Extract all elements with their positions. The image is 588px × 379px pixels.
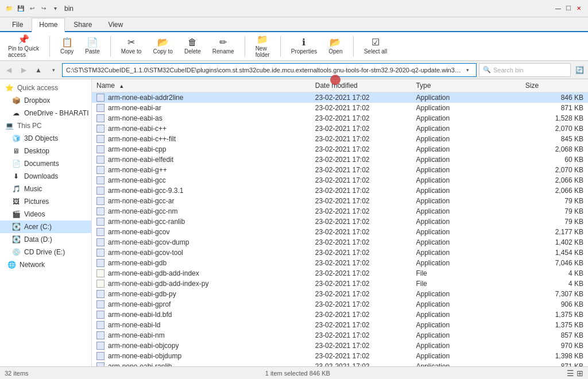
table-row[interactable]: arm-none-eabi-gcc 23-02-2021 17:02 Appli… [92,175,588,185]
minimize-btn[interactable]: ─ [554,4,563,13]
delete-btn[interactable]: 🗑 Delete [181,36,204,57]
table-row[interactable]: arm-none-eabi-ar 23-02-2021 17:02 Applic… [92,103,588,113]
up-btn[interactable]: ▲ [32,64,45,76]
save-icon[interactable]: 💾 [16,4,25,13]
table-row[interactable]: arm-none-eabi-gcc-9.3.1 23-02-2021 17:02… [92,185,588,196]
sidebar-item-acer-c[interactable]: 💽 Acer (C:) [0,221,91,233]
table-row[interactable]: arm-none-eabi-gprof 23-02-2021 17:02 App… [92,299,588,310]
table-row[interactable]: arm-none-eabi-as 23-02-2021 17:02 Applic… [92,113,588,123]
search-box[interactable]: 🔍 Search bin [479,63,571,77]
address-input-container[interactable]: C:\ST\STM32CubeIDE_1.1.0\STM32CubeIDE\pl… [62,63,477,77]
cell-date: 23-02-2021 17:02 [311,216,412,227]
table-row[interactable]: arm-none-eabi-gdb 23-02-2021 17:02 Appli… [92,258,588,268]
file-name: arm-none-eabi-gcc [108,176,166,184]
select-all-btn[interactable]: ☑ Select all [361,36,391,57]
sidebar-item-pictures[interactable]: 🖼 Pictures [0,195,91,208]
redo-icon[interactable]: ↪ [39,4,48,13]
sidebar-label-quick-access: Quick access [17,84,58,92]
table-row[interactable]: arm-none-eabi-gdb-add-index 23-02-2021 1… [92,268,588,279]
details-view-btn[interactable]: ☰ [567,369,574,378]
file-name: arm-none-eabi-gcc-nm [108,207,177,215]
table-row[interactable]: arm-none-eabi-gdb-py 23-02-2021 17:02 Ap… [92,289,588,299]
pin-btn[interactable]: 📌 Pin to Quickaccess [5,33,42,60]
table-row[interactable]: arm-none-eabi-g++ 23-02-2021 17:02 Appli… [92,165,588,175]
open-btn[interactable]: 📂 Open [325,36,346,57]
sidebar-item-videos[interactable]: 🎬 Videos [0,208,91,221]
cell-date: 23-02-2021 17:02 [311,237,412,247]
table-row[interactable]: arm-none-eabi-cpp 23-02-2021 17:02 Appli… [92,144,588,154]
tab-file[interactable]: File [5,18,30,31]
refresh-btn[interactable]: 🔄 [573,64,586,76]
cell-name: arm-none-eabi-addr2line [92,92,311,103]
table-row[interactable]: arm-none-eabi-ld.bfd 23-02-2021 17:02 Ap… [92,310,588,320]
sidebar-item-quick-access[interactable]: ⭐ Quick access [0,82,91,94]
address-dropdown-btn[interactable]: ▾ [462,64,473,76]
paste-btn[interactable]: 📄 Paste [82,36,103,57]
copy-btn[interactable]: 📋 Copy [57,36,77,57]
tab-share[interactable]: Share [66,18,99,31]
file-table: Name ▲ Date modified Type Size [92,79,588,366]
file-list-container[interactable]: Name ▲ Date modified Type Size [92,79,588,366]
col-header-size[interactable]: Size [521,79,588,92]
address-path: C:\ST\STM32CubeIDE_1.1.0\STM32CubeIDE\pl… [66,67,462,74]
sidebar-item-onedrive[interactable]: ☁ OneDrive - BHARATI [0,107,91,119]
table-row[interactable]: arm-none-eabi-c++-filt 23-02-2021 17:02 … [92,134,588,144]
dropdown-icon[interactable]: ▾ [51,4,60,13]
properties-btn[interactable]: ℹ Properties [288,36,321,57]
forward-btn[interactable]: ▶ [17,64,30,76]
table-row[interactable]: arm-none-eabi-c++ 23-02-2021 17:02 Appli… [92,123,588,134]
cell-name: arm-none-eabi-gprof [92,299,311,310]
table-row[interactable]: arm-none-eabi-gcc-ar 23-02-2021 17:02 Ap… [92,196,588,206]
table-row[interactable]: arm-none-eabi-gcc-nm 23-02-2021 17:02 Ap… [92,206,588,216]
cell-name: arm-none-eabi-ranlib [92,361,311,367]
sidebar-item-downloads[interactable]: ⬇ Downloads [0,170,91,183]
folder-icon: 📁 [5,4,14,13]
back-btn[interactable]: ◀ [2,64,15,76]
table-row[interactable]: arm-none-eabi-nm 23-02-2021 17:02 Applic… [92,330,588,341]
file-name: arm-none-eabi-gcc-ranlib [108,218,185,226]
table-row[interactable]: arm-none-eabi-gcov-dump 23-02-2021 17:02… [92,237,588,247]
file-name: arm-none-eabi-gdb-py [108,290,176,298]
table-row[interactable]: arm-none-eabi-ld 23-02-2021 17:02 Applic… [92,320,588,330]
sidebar-item-documents[interactable]: 📄 Documents [0,157,91,170]
sidebar-item-music[interactable]: 🎵 Music [0,183,91,195]
sidebar-item-network[interactable]: 🌐 Network [0,258,91,271]
sidebar-item-3d-objects[interactable]: 🧊 3D Objects [0,132,91,145]
table-row[interactable]: arm-none-eabi-addr2line 23-02-2021 17:02… [92,92,588,103]
table-row[interactable]: arm-none-eabi-gcc-ranlib 23-02-2021 17:0… [92,216,588,227]
sidebar-item-data-d[interactable]: 💽 Data (D:) [0,233,91,246]
table-row[interactable]: arm-none-eabi-elfedit 23-02-2021 17:02 A… [92,154,588,165]
table-row[interactable]: arm-none-eabi-ranlib 23-02-2021 17:02 Ap… [92,361,588,367]
table-row[interactable]: arm-none-eabi-objcopy 23-02-2021 17:02 A… [92,341,588,351]
tab-view[interactable]: View [100,18,130,31]
rename-btn[interactable]: ✏ Rename [209,36,238,57]
maximize-btn[interactable]: ☐ [564,4,573,13]
sidebar-item-desktop[interactable]: 🖥 Desktop [0,145,91,157]
col-header-date[interactable]: Date modified [311,79,412,92]
copy-to-btn[interactable]: 📂 Copy to [149,36,176,57]
col-header-type[interactable]: Type [411,79,520,92]
sidebar-label-desktop: Desktop [24,147,49,155]
move-btn[interactable]: ✂ Move to [118,36,145,57]
title-bar: 📁 💾 ↩ ↪ ▾ bin ─ ☐ ✕ [0,0,588,17]
sidebar-item-dropbox[interactable]: 📦 Dropbox [0,94,91,107]
sidebar-item-this-pc[interactable]: 💻 This PC [0,119,91,132]
col-header-name[interactable]: Name ▲ [92,79,311,92]
table-row[interactable]: arm-none-eabi-gdb-add-index-py 23-02-202… [92,279,588,289]
sidebar-label-onedrive: OneDrive - BHARATI [24,109,88,117]
cell-name: arm-none-eabi-gdb-add-index-py [92,279,311,289]
table-row[interactable]: arm-none-eabi-gcov 23-02-2021 17:02 Appl… [92,227,588,237]
new-folder-btn[interactable]: 📁 Newfolder [252,33,273,60]
cell-name: arm-none-eabi-gcc-9.3.1 [92,185,311,196]
table-row[interactable]: arm-none-eabi-gcov-tool 23-02-2021 17:02… [92,247,588,258]
table-row[interactable]: arm-none-eabi-objdump 23-02-2021 17:02 A… [92,351,588,361]
tab-home[interactable]: Home [32,18,65,32]
close-btn[interactable]: ✕ [574,4,583,13]
cell-name: arm-none-eabi-elfedit [92,154,311,165]
sidebar-item-cd-drive-e[interactable]: 💿 CD Drive (E:) [0,246,91,258]
recent-locations-btn[interactable]: ▾ [47,64,60,76]
this-pc-icon: 💻 [5,121,14,130]
large-icons-btn[interactable]: ⊞ [577,369,583,378]
separator-5 [353,36,354,57]
undo-icon[interactable]: ↩ [28,4,37,13]
